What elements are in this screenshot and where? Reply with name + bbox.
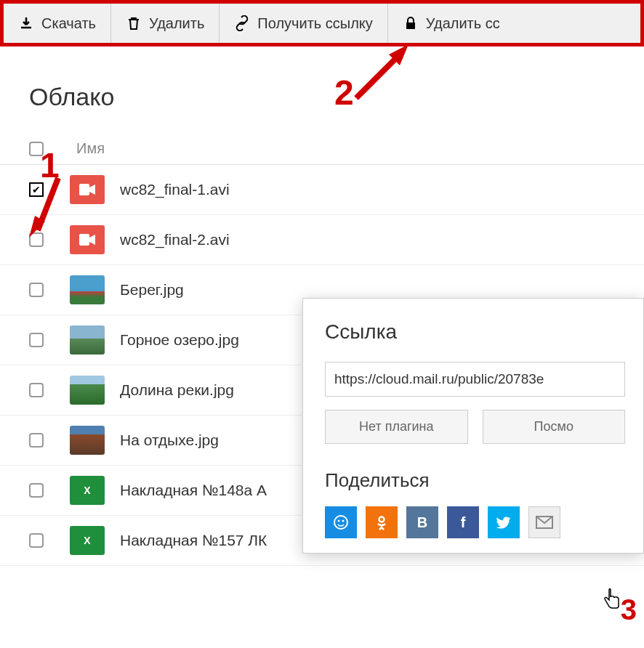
share-title: Поделиться (325, 469, 625, 492)
svg-point-6 (379, 517, 385, 522)
svg-point-3 (334, 516, 347, 529)
share-twitter-icon[interactable] (488, 506, 520, 538)
file-checkbox[interactable] (29, 383, 44, 397)
annotation-1: 1 (40, 145, 60, 185)
link-icon (234, 15, 250, 31)
share-moimir-icon[interactable] (325, 506, 357, 538)
file-checkbox[interactable] (29, 283, 44, 297)
svg-rect-1 (79, 184, 89, 195)
column-header-name: Имя (65, 140, 105, 157)
arrow-2 (349, 40, 414, 105)
excel-thumbnail-icon: X (70, 526, 105, 555)
url-input[interactable] (325, 362, 625, 397)
file-checkbox[interactable] (29, 433, 44, 447)
file-name: wc82_final-1.avi (109, 181, 230, 198)
image-thumbnail-icon (70, 325, 105, 355)
excel-thumbnail-icon: X (70, 476, 105, 505)
file-checkbox[interactable] (29, 533, 44, 548)
file-name: На отдыхе.jpg (109, 432, 219, 449)
file-name: Долина реки.jpg (109, 381, 234, 399)
cursor-icon (600, 588, 622, 617)
video-thumbnail-icon (70, 175, 105, 204)
getlink-label: Получить ссылку (257, 15, 372, 32)
file-name: Берег.jpg (109, 281, 184, 299)
file-name: Горное озеро.jpg (109, 331, 239, 349)
image-thumbnail-icon (70, 426, 105, 455)
download-label: Скачать (41, 15, 96, 32)
link-popup: Ссылка Нет плагина Посмо Поделиться B f (302, 298, 644, 554)
svg-point-4 (338, 520, 340, 522)
delete-button[interactable]: Удалить (111, 4, 220, 43)
share-ok-icon[interactable] (366, 506, 398, 538)
share-icons: B f (325, 506, 625, 538)
share-facebook-icon[interactable]: f (447, 506, 479, 538)
annotation-3: 3 (621, 594, 637, 626)
image-thumbnail-icon (70, 275, 105, 304)
share-vk-icon[interactable]: B (406, 506, 438, 538)
share-mail-icon[interactable] (528, 506, 560, 538)
lock-icon (403, 15, 419, 31)
download-button[interactable]: Скачать (4, 4, 111, 43)
file-checkbox[interactable] (29, 333, 44, 347)
file-row[interactable]: wc82_final-2.avi (0, 215, 644, 265)
file-name: Накладная №157 ЛК (109, 532, 267, 549)
getlink-button[interactable]: Получить ссылку (220, 4, 387, 43)
svg-rect-0 (406, 23, 415, 29)
svg-point-5 (342, 520, 345, 522)
download-icon (18, 15, 34, 31)
removelink-label: Удалить сс (426, 15, 500, 32)
view-button[interactable]: Посмо (483, 410, 626, 444)
file-checkbox[interactable] (29, 483, 44, 498)
svg-line-10 (356, 54, 400, 98)
delete-label: Удалить (149, 15, 204, 32)
trash-icon (126, 15, 142, 31)
annotation-2: 2 (334, 73, 354, 113)
removelink-button[interactable]: Удалить сс (388, 4, 515, 43)
file-list-header: Имя (0, 133, 644, 165)
no-plugin-button[interactable]: Нет плагина (325, 410, 468, 444)
video-thumbnail-icon (70, 225, 105, 254)
page-title: Облако (0, 46, 644, 133)
svg-rect-2 (79, 234, 89, 246)
file-row[interactable]: wc82_final-1.avi (0, 165, 644, 215)
toolbar: Скачать Удалить Получить ссылку Удалить … (0, 0, 644, 46)
image-thumbnail-icon (70, 376, 105, 405)
popup-title: Ссылка (325, 320, 625, 344)
file-name: Накладная №148а А (109, 482, 267, 499)
file-name: wc82_final-2.avi (109, 231, 230, 248)
